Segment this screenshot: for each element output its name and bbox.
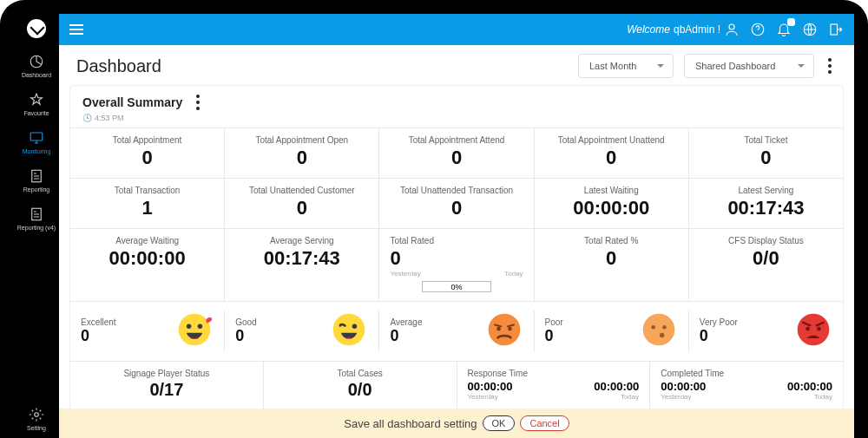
kpi-latest-waiting: Latest Waiting00:00:00 xyxy=(535,179,689,228)
kpi-cfs-display-status: CFS Display Status0/0 xyxy=(689,229,843,301)
bell-icon[interactable] xyxy=(776,22,792,37)
dashboard-select[interactable]: Shared Dashboard xyxy=(684,54,814,78)
kpi-total-unattended-transaction: Total Unattended Transaction0 xyxy=(379,179,534,228)
notification-badge xyxy=(787,18,795,26)
kpi-row-1: Total Appointment0 Total Appointment Ope… xyxy=(70,127,843,178)
svg-point-14 xyxy=(488,314,520,346)
kpi-total-cases: Total Cases0/0 xyxy=(264,362,457,409)
kpi-total-appointment-attend: Total Appointment Attend0 xyxy=(379,128,534,178)
svg-point-13 xyxy=(352,324,358,330)
rating-poor: Poor0 xyxy=(535,311,689,352)
welcome-label: Welcome xyxy=(627,23,670,36)
content-scroll[interactable]: Overall Summary 🕓 4:53 PM Total Appointm… xyxy=(59,85,854,438)
clock-icon: 🕓 xyxy=(82,114,92,122)
sidebar-item-label: Reporting xyxy=(23,186,49,193)
svg-point-9 xyxy=(179,314,211,346)
card-title: Overall Summary xyxy=(82,95,182,109)
kpi-total-ticket: Total Ticket0 xyxy=(689,128,843,178)
ratings-row: Excellent0 Good0 Average0 xyxy=(70,301,843,361)
menu-toggle-icon[interactable] xyxy=(69,24,83,35)
kpi-total-appointment-unattend: Total Appointment Unattend0 xyxy=(535,128,689,178)
kpi-total-rated-pct: Total Rated %0 xyxy=(535,229,689,301)
svg-point-4 xyxy=(35,413,39,417)
sidebar-item-dashboard[interactable]: Dashboard xyxy=(14,47,59,85)
star-icon xyxy=(29,92,44,108)
rating-good: Good0 xyxy=(225,311,379,352)
kpi-total-appointment: Total Appointment0 xyxy=(70,128,225,178)
svg-point-5 xyxy=(729,24,734,29)
sidebar-item-reporting[interactable]: Reporting xyxy=(14,161,59,199)
svg-point-18 xyxy=(651,325,655,330)
kpi-average-serving: Average Serving00:17:43 xyxy=(225,229,379,301)
ok-button[interactable]: OK xyxy=(483,415,516,431)
kpi-total-appointment-open: Total Appointment Open0 xyxy=(225,128,379,178)
svg-point-10 xyxy=(187,324,192,330)
help-icon[interactable] xyxy=(750,22,766,37)
sidebar-item-label: Dashboard xyxy=(22,72,51,78)
page-header: Dashboard Last Month Shared Dashboard xyxy=(59,45,854,85)
svg-point-21 xyxy=(798,314,830,346)
svg-rect-8 xyxy=(831,24,838,35)
sidebar-item-reporting-v4[interactable]: Reporting (v4) xyxy=(14,199,59,239)
rating-very-poor: Very Poor0 xyxy=(689,311,843,352)
sidebar-item-setting[interactable]: Setting xyxy=(14,400,59,438)
topbar: Welcome qbAdmin ! xyxy=(59,14,854,45)
kpi-average-waiting: Average Waiting00:00:00 xyxy=(70,229,225,301)
svg-point-17 xyxy=(642,314,674,346)
sidebar: Dashboard Favourite Monitoring Reporting… xyxy=(14,14,59,438)
kpi-signage-player-status: Signage Player Status0/17 xyxy=(70,362,264,409)
card-time: 4:53 PM xyxy=(95,114,124,122)
kpi-row-2: Total Transaction1 Total Unattended Cust… xyxy=(70,178,843,228)
globe-icon[interactable] xyxy=(802,22,818,37)
face-average-icon xyxy=(485,311,523,352)
face-excellent-icon xyxy=(175,311,214,352)
kpi-completed-time: Completed Time 00:00:0000:00:00 Yesterda… xyxy=(650,362,843,409)
card-menu-icon[interactable] xyxy=(191,95,205,110)
kpi-row-3: Average Waiting00:00:00 Average Serving0… xyxy=(70,228,843,301)
svg-point-20 xyxy=(660,333,665,338)
svg-point-15 xyxy=(496,327,501,331)
pie-icon xyxy=(29,54,44,69)
face-good-icon xyxy=(330,311,368,352)
kpi-latest-serving: Latest Serving00:17:43 xyxy=(689,179,843,228)
svg-point-11 xyxy=(198,324,203,330)
svg-point-22 xyxy=(806,327,810,331)
rating-average: Average0 xyxy=(379,311,534,352)
kpi-total-transaction: Total Transaction1 xyxy=(70,179,225,228)
report-icon xyxy=(29,168,44,184)
logout-icon[interactable] xyxy=(828,22,844,37)
user-icon[interactable] xyxy=(724,22,740,37)
gear-icon xyxy=(29,407,44,422)
face-very-poor-icon xyxy=(794,311,832,352)
overall-summary-card: Overall Summary 🕓 4:53 PM Total Appointm… xyxy=(69,85,844,410)
sidebar-item-monitoring[interactable]: Monitoring xyxy=(14,123,59,161)
sidebar-item-label: Setting xyxy=(27,425,46,431)
kpi-response-time: Response Time 00:00:0000:00:00 Yesterday… xyxy=(457,362,651,409)
username-label: qbAdmin ! xyxy=(674,23,720,36)
page-menu-icon[interactable] xyxy=(823,58,837,74)
save-message: Save all dashboard setting xyxy=(344,417,477,430)
sidebar-item-favourite[interactable]: Favourite xyxy=(14,85,59,123)
sidebar-item-label: Monitoring xyxy=(23,148,51,154)
kpi-total-unattended-customer: Total Unattended Customer0 xyxy=(225,179,379,228)
sidebar-item-label: Favourite xyxy=(23,110,49,116)
total-rated-progress: 0% xyxy=(422,281,491,292)
app-logo xyxy=(27,19,46,38)
kpi-total-rated: Total Rated 0 YesterdayToday 0% xyxy=(379,229,534,301)
svg-point-12 xyxy=(333,314,365,346)
monitor-icon xyxy=(29,130,44,146)
kpi-row-5: Signage Player Status0/17 Total Cases0/0… xyxy=(70,361,843,409)
report-v4-icon xyxy=(29,206,44,222)
range-select[interactable]: Last Month xyxy=(578,54,674,78)
rating-excellent: Excellent0 xyxy=(70,311,225,352)
sidebar-item-label: Reporting (v4) xyxy=(17,225,56,232)
cancel-button[interactable]: Cancel xyxy=(520,415,569,431)
svg-rect-1 xyxy=(30,133,43,141)
svg-point-19 xyxy=(662,325,667,330)
svg-point-23 xyxy=(817,327,821,331)
save-bar: Save all dashboard setting OK Cancel xyxy=(59,409,854,438)
face-poor-icon xyxy=(640,311,678,352)
svg-point-16 xyxy=(508,327,512,331)
page-title: Dashboard xyxy=(76,56,161,76)
